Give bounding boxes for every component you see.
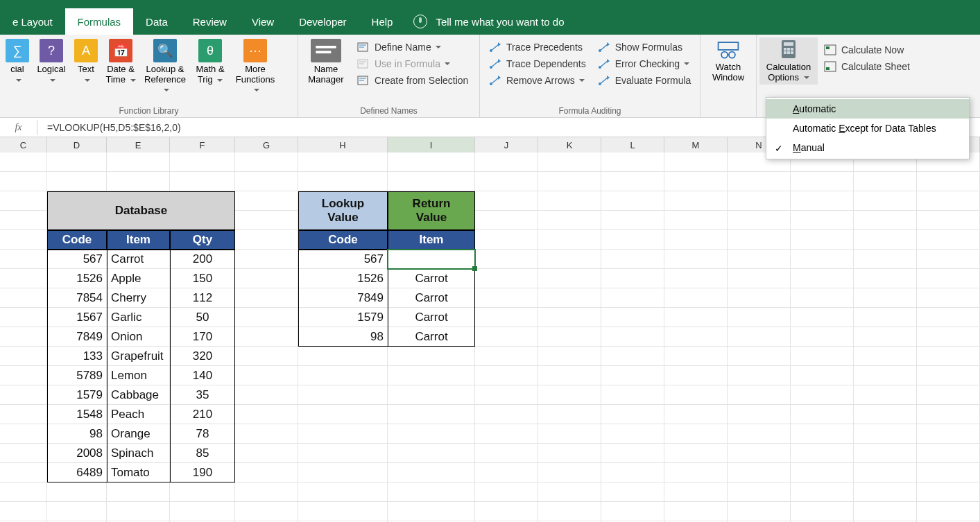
cell[interactable]: 133 (47, 347, 107, 366)
cell[interactable]: 112 (170, 288, 235, 308)
cell[interactable]: Tomato (107, 463, 170, 482)
cell[interactable]: Carrot (388, 269, 475, 288)
cell[interactable]: 1579 (47, 385, 107, 405)
col-header-K[interactable]: K (538, 137, 601, 153)
fn-logical-button[interactable]: ?Logical (32, 37, 71, 87)
cell[interactable]: 1526 (47, 269, 107, 288)
fn-math-trig-button[interactable]: θMath &Trig (190, 37, 230, 87)
cell[interactable]: 320 (170, 347, 235, 366)
cell[interactable]: Database (47, 191, 235, 230)
cell[interactable]: 567 (298, 250, 388, 269)
cell[interactable]: Cherry (107, 288, 170, 308)
fn-morefunctions-button[interactable]: ⋯MoreFunctions (230, 37, 280, 97)
calculation-options-button[interactable]: Calculation Options (759, 37, 818, 85)
col-header-C[interactable]: C (0, 137, 47, 153)
formula-input[interactable]: =VLOOKUP(H5,D5:$E$16,2,0) (37, 122, 181, 133)
evaluate-formula-button[interactable]: Evaluate Formula (592, 72, 697, 89)
cell[interactable]: 5789 (47, 366, 107, 385)
cell[interactable]: 1548 (47, 405, 107, 424)
cell[interactable]: 35 (170, 385, 235, 405)
cell[interactable]: 170 (170, 327, 235, 347)
cell[interactable]: 1579 (298, 308, 388, 327)
spreadsheet-grid[interactable]: DatabaseCodeItemQty567Carrot2001526Apple… (0, 153, 980, 522)
cell[interactable]: Grapefruit (107, 347, 170, 366)
cell[interactable]: 85 (170, 444, 235, 463)
cell[interactable]: 7854 (47, 288, 107, 308)
cell[interactable]: 98 (47, 424, 107, 444)
cell[interactable]: Orange (107, 424, 170, 444)
trace-precedents-button[interactable]: Trace Precedents (483, 39, 592, 55)
fn-cial-button[interactable]: ∑cial (3, 37, 32, 87)
col-header-G[interactable]: G (235, 137, 298, 153)
cell[interactable]: 210 (170, 405, 235, 424)
cell[interactable]: 190 (170, 463, 235, 482)
trace-dependents-button[interactable]: Trace Dependents (483, 55, 592, 72)
menu-item-manual[interactable]: ✓ Manual (766, 138, 969, 157)
col-header-F[interactable]: F (170, 137, 235, 153)
cell[interactable]: Lemon (107, 366, 170, 385)
col-header-I[interactable]: I (388, 137, 475, 153)
fn-lookup-reference-button[interactable]: 🔍Lookup &Reference (140, 37, 190, 97)
menu-item-automatic-except[interactable]: Automatic Except for Data Tables (766, 119, 969, 138)
define-name-button[interactable]: Define Name (351, 39, 474, 55)
cell[interactable]: 2008 (47, 444, 107, 463)
cell[interactable]: 78 (170, 424, 235, 444)
cell[interactable]: Onion (107, 327, 170, 347)
cell[interactable]: 50 (170, 308, 235, 327)
cell[interactable]: Peach (107, 405, 170, 424)
cell[interactable]: Cabbage (107, 385, 170, 405)
cell[interactable]: 1526 (298, 269, 388, 288)
show-formulas-button[interactable]: Show Formulas (592, 39, 697, 55)
cell[interactable]: Item (388, 230, 475, 250)
cell[interactable]: 7849 (298, 288, 388, 308)
cell[interactable]: Apple (107, 269, 170, 288)
create-from-selection-button[interactable]: Create from Selection (351, 72, 474, 89)
cell[interactable]: 6489 (47, 463, 107, 482)
cell[interactable]: 140 (170, 366, 235, 385)
cell[interactable]: LookupValue (298, 191, 388, 230)
name-manager-button[interactable]: Name Manager (301, 37, 351, 87)
cell[interactable]: Carrot (388, 250, 475, 269)
cell[interactable]: Spinach (107, 444, 170, 463)
col-header-L[interactable]: L (601, 137, 664, 153)
calculate-now-button[interactable]: Calculate Now (818, 42, 915, 58)
col-header-J[interactable]: J (475, 137, 538, 153)
remove-arrows-button[interactable]: Remove Arrows (483, 72, 592, 89)
cell[interactable]: Carrot (388, 327, 475, 347)
fn-text-button[interactable]: AText (71, 37, 101, 87)
cell[interactable]: Code (47, 230, 107, 250)
cell[interactable]: 7849 (47, 327, 107, 347)
fx-label[interactable]: fx (0, 120, 37, 135)
col-header-E[interactable]: E (107, 137, 170, 153)
cell[interactable]: Carrot (388, 308, 475, 327)
fn-date-time-button[interactable]: 📅Date &Time (101, 37, 140, 87)
col-header-M[interactable]: M (664, 137, 728, 153)
tab-formulas[interactable]: Formulas (65, 8, 134, 35)
col-header-D[interactable]: D (47, 137, 107, 153)
cell[interactable]: Carrot (107, 250, 170, 269)
cell[interactable]: 567 (47, 250, 107, 269)
tab-e-layout[interactable]: e Layout (0, 8, 65, 35)
cell[interactable]: ReturnValue (388, 191, 475, 230)
fill-handle[interactable] (472, 266, 477, 271)
cell[interactable]: Item (107, 230, 170, 250)
cell[interactable]: Code (298, 230, 388, 250)
tab-view[interactable]: View (239, 8, 286, 35)
tab-developer[interactable]: Developer (286, 8, 359, 35)
error-checking-button[interactable]: Error Checking (592, 55, 697, 72)
col-header-H[interactable]: H (298, 137, 388, 153)
tell-me[interactable]: Tell me what you want to do (413, 8, 564, 35)
cell[interactable]: Carrot (388, 288, 475, 308)
cell[interactable]: 150 (170, 269, 235, 288)
watch-window-button[interactable]: Watch Window (703, 37, 753, 85)
cell[interactable]: 98 (298, 327, 388, 347)
cell[interactable]: 200 (170, 250, 235, 269)
menu-item-automatic[interactable]: Automatic (766, 99, 969, 119)
tab-help[interactable]: Help (359, 8, 406, 35)
cell[interactable]: Garlic (107, 308, 170, 327)
cell[interactable]: 1567 (47, 308, 107, 327)
tab-data[interactable]: Data (133, 8, 180, 35)
tab-review[interactable]: Review (180, 8, 239, 35)
calculate-sheet-button[interactable]: Calculate Sheet (818, 58, 915, 75)
cell[interactable]: Qty (170, 230, 235, 250)
